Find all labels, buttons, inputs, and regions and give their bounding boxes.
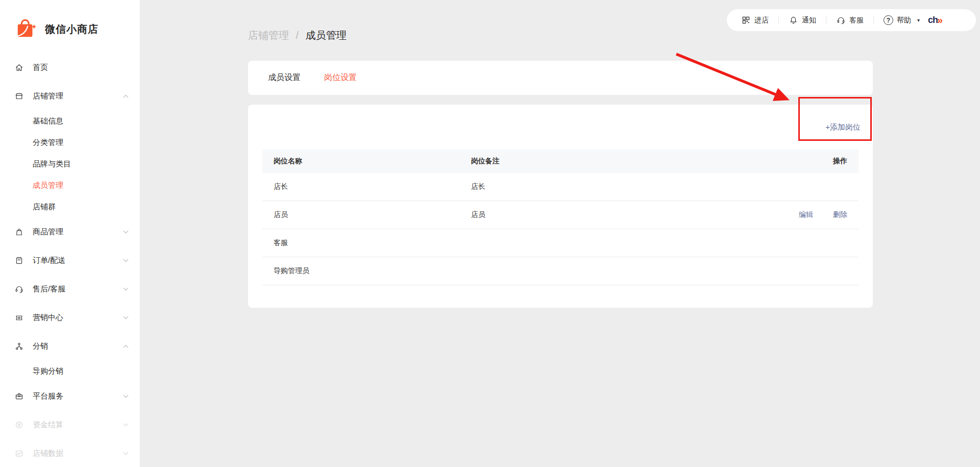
chevron-down-icon xyxy=(123,452,129,455)
cell-position-name: 客服 xyxy=(262,238,471,248)
brand-name: 微信小商店 xyxy=(45,22,99,36)
sidebar-item-label: 分销 xyxy=(33,341,48,351)
cell-position-name: 店长 xyxy=(262,182,471,191)
table-body: 店长 店长 店员 店员 编辑删除 客服 导购管理员 xyxy=(262,173,859,285)
briefcase-icon xyxy=(14,391,24,401)
storefront-icon xyxy=(14,91,24,101)
cell-position-note: 店员 xyxy=(471,210,762,219)
sidebar-subitem-label: 导购分销 xyxy=(33,366,63,376)
table-row: 店员 店员 编辑删除 xyxy=(262,201,859,229)
topbar-help[interactable]: ? 帮助 ▾ xyxy=(884,15,920,25)
share-network-icon xyxy=(14,341,24,351)
topbar-notifications[interactable]: 通知 xyxy=(789,15,816,25)
topbar-customer-service[interactable]: 客服 xyxy=(836,15,864,25)
sidebar-item-label: 订单/配送 xyxy=(33,256,65,265)
divider xyxy=(873,16,874,24)
positions-panel: +添加岗位 岗位名称 岗位备注 操作 店长 店长 店员 店员 编辑删除 客服 导… xyxy=(248,105,873,308)
sidebar-subitem-label: 基础信息 xyxy=(33,116,63,126)
brand: 微信小商店 xyxy=(0,0,140,53)
caret-down-icon: ▾ xyxy=(917,17,920,23)
sidebar-item-member-manage[interactable]: 成员管理 xyxy=(0,175,140,196)
sidebar-item-basic-info[interactable]: 基础信息 xyxy=(0,110,140,132)
chevron-down-icon xyxy=(123,316,129,319)
ticket-icon xyxy=(14,313,24,323)
chevron-down-icon xyxy=(123,259,129,262)
topbar-item-label: 进店 xyxy=(754,16,769,25)
shop-bag-logo-icon xyxy=(15,18,38,40)
chevron-up-icon xyxy=(123,345,129,348)
sidebar-subitem-label: 店铺群 xyxy=(33,202,56,212)
qr-code-icon xyxy=(741,15,751,25)
chevron-down-icon xyxy=(123,230,129,234)
sidebar-subitem-label: 品牌与类目 xyxy=(33,159,71,169)
sidebar-item-shop-group[interactable]: 店铺群 xyxy=(0,196,140,217)
chevron-up-icon xyxy=(123,94,129,98)
page-title: 成员管理 xyxy=(306,30,347,41)
sidebar-item-platform-service[interactable]: 平台服务 xyxy=(0,382,140,410)
sidebar: 微信小商店 首页 店铺管理 基础信息 分类管理 品牌与类目 成员管理 店铺群 商… xyxy=(0,0,140,467)
divider xyxy=(778,16,779,24)
clipboard-icon xyxy=(14,256,24,265)
sidebar-item-category-manage[interactable]: 分类管理 xyxy=(0,132,140,153)
plugin-logo-text: ch xyxy=(928,15,938,26)
chevron-down-icon xyxy=(123,423,129,427)
sidebar-item-label: 营销中心 xyxy=(33,313,63,323)
tab-position-settings[interactable]: 岗位设置 xyxy=(324,72,357,83)
home-icon xyxy=(14,63,24,72)
sidebar-item-shop-manage[interactable]: 店铺管理 xyxy=(0,82,140,110)
sidebar-item-brand-category[interactable]: 品牌与类目 xyxy=(0,153,140,175)
sidebar-item-goods-manage[interactable]: 商品管理 xyxy=(0,217,140,246)
divider xyxy=(826,16,826,24)
sidebar-item-label: 平台服务 xyxy=(33,391,63,401)
sidebar-item-guide-distribution[interactable]: 导购分销 xyxy=(0,360,140,382)
sidebar-subitem-label: 成员管理 xyxy=(33,181,63,190)
cell-actions: 编辑删除 xyxy=(762,210,859,219)
tab-member-settings[interactable]: 成员设置 xyxy=(268,72,301,83)
column-header-actions: 操作 xyxy=(762,157,859,166)
headset-icon xyxy=(14,284,24,294)
positions-table: 岗位名称 岗位备注 操作 店长 店长 店员 店员 编辑删除 客服 导购管理员 xyxy=(262,150,859,285)
sidebar-item-funds-settlement[interactable]: 资金结算 xyxy=(0,410,140,439)
topbar-enter-store[interactable]: 进店 xyxy=(741,15,769,25)
tab-bar: 成员设置岗位设置 xyxy=(248,61,873,95)
topbar-items: 进店 通知 客服 ? 帮助 ▾ xyxy=(741,15,920,25)
row-action-delete[interactable]: 删除 xyxy=(833,210,847,219)
sidebar-item-label: 商品管理 xyxy=(33,227,63,237)
topbar-item-label: 通知 xyxy=(802,16,816,25)
breadcrumb-parent[interactable]: 店铺管理 xyxy=(248,30,289,41)
yen-circle-icon xyxy=(14,420,24,430)
add-position-button[interactable]: +添加岗位 xyxy=(825,122,861,132)
sidebar-item-aftersale-service[interactable]: 售后/客服 xyxy=(0,275,140,303)
cell-position-name: 店员 xyxy=(262,210,471,219)
sidebar-menu: 首页 店铺管理 基础信息 分类管理 品牌与类目 成员管理 店铺群 商品管理 订单… xyxy=(0,53,140,467)
sidebar-item-order-delivery[interactable]: 订单/配送 xyxy=(0,246,140,275)
cell-position-name: 导购管理员 xyxy=(262,266,471,276)
table-row: 导购管理员 xyxy=(262,257,859,285)
table-row: 客服 xyxy=(262,229,859,257)
sidebar-item-label: 资金结算 xyxy=(33,420,63,430)
sidebar-item-marketing-center[interactable]: 营销中心 xyxy=(0,303,140,332)
main-content: 店铺管理 / 成员管理 成员设置岗位设置 +添加岗位 岗位名称 岗位备注 操作 … xyxy=(248,0,873,308)
panel-header: +添加岗位 xyxy=(248,105,873,150)
table-row: 店长 店长 xyxy=(262,173,859,201)
sidebar-item-label: 店铺数据 xyxy=(33,449,63,458)
topbar-item-label: 客服 xyxy=(849,16,864,25)
sidebar-item-shop-data[interactable]: 店铺数据 xyxy=(0,439,140,467)
sidebar-item-label: 售后/客服 xyxy=(33,284,65,294)
sidebar-item-distribution[interactable]: 分销 xyxy=(0,332,140,360)
topbar-item-label: 帮助 xyxy=(897,16,911,25)
bell-icon xyxy=(789,15,798,25)
plugin-logo-arrow: » xyxy=(937,14,942,26)
chevron-down-icon xyxy=(123,395,129,398)
column-header-position-note: 岗位备注 xyxy=(471,157,762,166)
sidebar-item-label: 店铺管理 xyxy=(33,91,63,101)
browser-plugin-logo-icon[interactable]: ch » xyxy=(928,14,942,26)
chevron-down-icon xyxy=(123,287,129,291)
topbar: 进店 通知 客服 ? 帮助 ▾ ch » xyxy=(727,9,976,31)
sidebar-item-home[interactable]: 首页 xyxy=(0,53,140,82)
sidebar-item-label: 首页 xyxy=(33,63,48,72)
table-header: 岗位名称 岗位备注 操作 xyxy=(262,150,859,173)
cell-position-note: 店长 xyxy=(471,182,762,191)
row-action-edit[interactable]: 编辑 xyxy=(799,210,813,219)
headset-icon xyxy=(836,15,846,25)
